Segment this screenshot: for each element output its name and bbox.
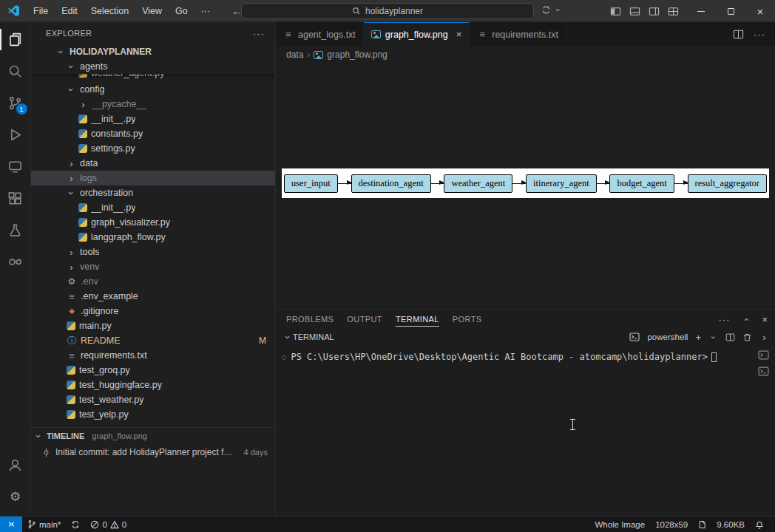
terminal[interactable]: ○ PS C:\Users\HP\OneDrive\Desktop\Agenti… bbox=[276, 345, 775, 516]
tab-agent_logs.txt[interactable]: ≡agent_logs.txt bbox=[276, 22, 364, 47]
text-file-icon: ≡ bbox=[477, 30, 487, 39]
scm-badge: 1 bbox=[16, 103, 27, 115]
activity-remote-explorer[interactable] bbox=[0, 151, 31, 183]
tree-file-langgraph_flow.py[interactable]: langgraph_flow.py bbox=[31, 230, 275, 245]
menu-file[interactable]: File bbox=[27, 0, 55, 22]
maximize-panel-icon[interactable]: › bbox=[741, 315, 751, 324]
panel-tab-problems[interactable]: PROBLEMS bbox=[286, 310, 334, 329]
tree-folder-venv[interactable]: ›venv bbox=[31, 259, 275, 274]
breadcrumb-file[interactable]: graph_flow.png bbox=[327, 50, 387, 60]
menu-edit[interactable]: Edit bbox=[55, 0, 84, 22]
tree-file-settings.py[interactable]: settings.py bbox=[31, 141, 275, 156]
tree-folder-orchestration[interactable]: ›orchestration bbox=[31, 185, 275, 200]
chevron-down-icon[interactable]: › bbox=[709, 332, 717, 342]
tab-graph_flow.png[interactable]: graph_flow.png× bbox=[364, 22, 470, 47]
tree-folder-__pycache__[interactable]: ›__pycache__ bbox=[31, 97, 275, 112]
image-fit-status[interactable]: Whole Image bbox=[589, 516, 650, 532]
tree-file-weather_agent.py[interactable]: weather_agent.py bbox=[31, 74, 275, 82]
tree-file-main.py[interactable]: main.py bbox=[31, 318, 275, 333]
activity-run-debug[interactable] bbox=[0, 119, 31, 151]
tree-folder-config[interactable]: ›config bbox=[31, 82, 275, 97]
tree-file-constants.py[interactable]: constants.py bbox=[31, 126, 275, 141]
tree-file-__init__.py[interactable]: __init__.py bbox=[31, 200, 275, 215]
editor-more-actions-icon[interactable]: ··· bbox=[754, 29, 765, 40]
tree-file-.env_example[interactable]: ≡.env_example bbox=[31, 289, 275, 304]
panel-tab-output[interactable]: OUTPUT bbox=[347, 310, 382, 329]
panel-more-actions-icon[interactable]: ··· bbox=[718, 314, 730, 325]
menu-view[interactable]: View bbox=[135, 0, 169, 22]
image-dimensions-status[interactable]: 1028x59 bbox=[650, 516, 693, 532]
toggle-sidebar-icon[interactable] bbox=[610, 6, 621, 17]
python-icon bbox=[78, 74, 87, 78]
breadcrumb-folder[interactable]: data bbox=[286, 50, 303, 60]
image-preview[interactable]: user_inputdestination_agentweather_agent… bbox=[276, 63, 775, 309]
tree-item-label: test_groq.py bbox=[79, 365, 130, 375]
tree-file-graph_visualizer.py[interactable]: graph_visualizer.py bbox=[31, 215, 275, 230]
tree-file-requirements.txt[interactable]: ≡requirements.txt bbox=[31, 348, 275, 363]
extensions-icon bbox=[7, 191, 23, 206]
timeline-entry[interactable]: Initial commit: add HolidayPlanner proje… bbox=[31, 444, 275, 460]
activity-source-control[interactable]: 1 bbox=[0, 87, 31, 119]
search-box[interactable]: holidayplanner bbox=[241, 3, 534, 19]
activity-extensions[interactable] bbox=[0, 183, 31, 214]
terminal-tab-icon[interactable] bbox=[758, 349, 769, 361]
tree-folder-logs[interactable]: ›logs bbox=[31, 171, 275, 185]
notifications-button[interactable] bbox=[750, 516, 769, 532]
toggle-secondary-sidebar-icon[interactable] bbox=[649, 6, 660, 17]
tree-file-test_weather.py[interactable]: test_weather.py bbox=[31, 392, 275, 407]
tree-folder-agents[interactable]: › agents bbox=[31, 59, 275, 74]
problems-status[interactable]: 0 0 bbox=[85, 516, 132, 532]
activity-testing[interactable] bbox=[0, 214, 31, 246]
remote-indicator[interactable] bbox=[0, 516, 22, 532]
new-terminal-icon[interactable]: + bbox=[695, 332, 701, 343]
panel-tab-terminal[interactable]: TERMINAL bbox=[396, 310, 439, 329]
git-modified-badge: M bbox=[259, 335, 266, 346]
toggle-panel-icon[interactable] bbox=[629, 6, 640, 17]
branch-status[interactable]: main* bbox=[22, 516, 66, 532]
tree-file-.gitignore[interactable]: ◆.gitignore bbox=[31, 304, 275, 318]
close-button[interactable]: × bbox=[745, 0, 775, 22]
menu-selection[interactable]: Selection bbox=[84, 0, 135, 22]
chevron-right-icon[interactable]: › bbox=[759, 332, 769, 342]
split-editor-icon[interactable] bbox=[733, 29, 744, 40]
minimize-button[interactable] bbox=[686, 0, 716, 22]
tree-file-test_groq.py[interactable]: test_groq.py bbox=[31, 363, 275, 378]
text-file-icon: ≡ bbox=[283, 30, 294, 39]
binary-file-status[interactable] bbox=[693, 516, 711, 532]
tree-item-label: test_weather.py bbox=[79, 395, 144, 405]
close-tab-icon[interactable]: × bbox=[456, 29, 462, 40]
settings-button[interactable]: ⚙ bbox=[0, 481, 31, 513]
terminal-tab-icon[interactable] bbox=[758, 366, 769, 377]
tree-file-README[interactable]: ⓘREADMEM bbox=[31, 333, 275, 348]
menu-more[interactable]: ··· bbox=[194, 0, 217, 22]
customize-layout-icon[interactable] bbox=[668, 6, 679, 17]
timeline-header[interactable]: › TIMELINE graph_flow.png bbox=[31, 428, 275, 444]
close-panel-icon[interactable]: × bbox=[762, 314, 768, 325]
tree-root-holidayplanner[interactable]: › HOLIDAYPLANNER bbox=[31, 44, 275, 59]
maximize-icon bbox=[728, 8, 734, 15]
tab-requirements.txt[interactable]: ≡requirements.txt bbox=[470, 22, 566, 47]
sync-status[interactable] bbox=[66, 516, 85, 532]
image-size-status[interactable]: 9.60KB bbox=[711, 516, 750, 532]
kill-terminal-icon[interactable] bbox=[742, 332, 752, 342]
tree-folder-tools[interactable]: ›tools bbox=[31, 245, 275, 259]
tree-folder-data[interactable]: ›data bbox=[31, 156, 275, 171]
tab-bar: ≡agent_logs.txtgraph_flow.png×≡requireme… bbox=[276, 22, 775, 47]
activity-search[interactable] bbox=[0, 55, 31, 87]
explorer-more-actions-icon[interactable]: ··· bbox=[253, 28, 265, 39]
maximize-button[interactable] bbox=[716, 0, 745, 22]
shell-name[interactable]: powershell bbox=[647, 332, 688, 341]
tree-file-test_yelp.py[interactable]: test_yelp.py bbox=[31, 407, 275, 422]
tree-file-.env[interactable]: ⚙.env bbox=[31, 274, 275, 289]
account-button[interactable] bbox=[0, 449, 31, 481]
refresh-dropdown-icon[interactable]: › bbox=[541, 5, 563, 15]
tree-item-label: .env bbox=[81, 276, 98, 287]
chevron-right-icon: › bbox=[67, 174, 76, 183]
split-terminal-icon[interactable] bbox=[725, 332, 735, 342]
tree-file-test_huggingface.py[interactable]: test_huggingface.py bbox=[31, 378, 275, 392]
menu-go[interactable]: Go bbox=[169, 0, 194, 22]
activity-plugin[interactable] bbox=[0, 246, 31, 278]
panel-tab-ports[interactable]: PORTS bbox=[453, 310, 482, 329]
tree-file-__init__.py[interactable]: __init__.py bbox=[31, 112, 275, 126]
activity-explorer[interactable] bbox=[0, 24, 31, 55]
